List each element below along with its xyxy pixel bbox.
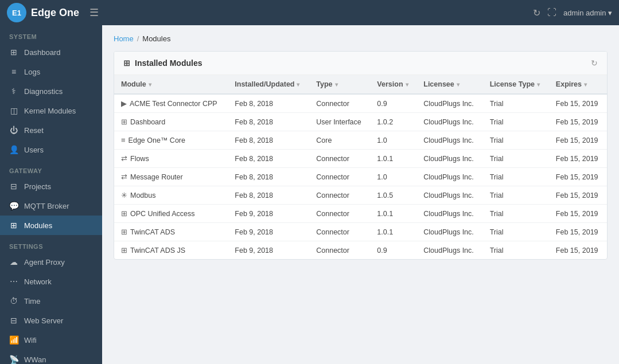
sidebar-label-network: Network [24, 277, 52, 286]
cell-module-3: ⇄Flows [114, 150, 228, 168]
sidebar-item-wwan[interactable]: 📡 WWan [0, 350, 102, 364]
col-version[interactable]: Version▾ [370, 75, 416, 94]
sidebar-item-reset[interactable]: ⏻ Reset [0, 120, 102, 140]
sidebar-item-agent-proxy[interactable]: ☁ Agent Proxy [0, 252, 102, 272]
row-icon-2: ≡ [121, 136, 126, 144]
sidebar-item-projects[interactable]: ⊟ Projects [0, 177, 102, 196]
cell-module-2: ≡Edge One™ Core [114, 131, 228, 150]
sidebar-item-mqtt-broker[interactable]: 💬 MQTT Broker [0, 196, 102, 216]
breadcrumb: Home / Modules [114, 34, 608, 43]
cell-type-5: Connector [309, 186, 370, 205]
sidebar-label-time: Time [24, 297, 40, 306]
col-type[interactable]: Type▾ [309, 75, 370, 94]
cell-licensee-7: CloudPlugs Inc. [416, 223, 482, 241]
table-row: ⊞Dashboard Feb 8, 2018 User Interface 1.… [114, 113, 607, 131]
cell-licensee-5: CloudPlugs Inc. [416, 186, 482, 205]
projects-icon: ⊟ [9, 182, 18, 191]
sidebar-label-reset: Reset [24, 126, 44, 135]
col-expires[interactable]: Expires▾ [549, 75, 607, 94]
table-row: ✳Modbus Feb 8, 2018 Connector 1.0.5 Clou… [114, 186, 607, 205]
sort-licensee-icon: ▾ [457, 81, 460, 88]
cell-type-0: Connector [309, 94, 370, 113]
row-icon-5: ✳ [121, 191, 127, 199]
cell-installed-3: Feb 8, 2018 [228, 150, 309, 168]
sidebar-item-web-server[interactable]: ⊟ Web Server [0, 311, 102, 330]
sort-version-icon: ▾ [406, 81, 408, 88]
cell-version-7: 1.0.1 [370, 223, 416, 241]
panel-title: ⊞ Installed Modules [123, 58, 202, 68]
cell-module-0: ▶ACME Test Connector CPP [114, 94, 228, 113]
cell-module-1: ⊞Dashboard [114, 113, 228, 131]
cell-type-6: Connector [309, 205, 370, 223]
col-installed[interactable]: Installed/Updated▾ [228, 75, 309, 94]
diagnostics-icon: ⚕ [9, 87, 18, 96]
sidebar-item-diagnostics[interactable]: ⚕ Diagnostics [0, 81, 102, 101]
sidebar-item-wifi[interactable]: 📶 Wifi [0, 330, 102, 350]
sidebar-item-logs[interactable]: ≡ Logs [0, 62, 102, 81]
logo-text: Edge One [31, 7, 79, 19]
cell-license-type-1: Trial [483, 113, 549, 131]
sidebar-item-modules[interactable]: ⊞ Modules [0, 216, 102, 235]
cell-license-type-6: Trial [483, 205, 549, 223]
cell-expires-2: Feb 15, 2019 [549, 131, 607, 150]
agent-proxy-icon: ☁ [9, 257, 18, 267]
sort-type-icon: ▾ [335, 81, 338, 88]
fullscreen-icon[interactable]: ⛶ [547, 7, 556, 18]
gateway-section-label: GATEWAY [0, 159, 102, 177]
panel-refresh-button[interactable]: ↻ [591, 58, 598, 68]
cell-type-8: Connector [309, 241, 370, 260]
table-row: ⇄Flows Feb 8, 2018 Connector 1.0.1 Cloud… [114, 150, 607, 168]
sidebar-label-mqtt: MQTT Broker [24, 202, 69, 210]
logo-icon: E1 [7, 3, 26, 22]
cell-installed-8: Feb 9, 2018 [228, 241, 309, 260]
breadcrumb-home[interactable]: Home [114, 34, 134, 43]
sidebar-item-users[interactable]: 👤 Users [0, 140, 102, 159]
sidebar-label-agent-proxy: Agent Proxy [24, 258, 65, 267]
sort-expires-icon: ▾ [584, 81, 587, 88]
cell-installed-4: Feb 8, 2018 [228, 168, 309, 186]
panel-title-text: Installed Modules [135, 58, 202, 68]
row-icon-7: ⊞ [121, 228, 127, 236]
settings-section-label: SETTINGS [0, 235, 102, 252]
users-icon: 👤 [9, 145, 18, 154]
cell-license-type-7: Trial [483, 223, 549, 241]
cell-installed-5: Feb 8, 2018 [228, 186, 309, 205]
logo: E1 Edge One [7, 3, 79, 22]
cell-expires-4: Feb 15, 2019 [549, 168, 607, 186]
sort-license-type-icon: ▾ [537, 81, 540, 88]
topbar-left: E1 Edge One ☰ [7, 3, 103, 22]
cell-installed-7: Feb 9, 2018 [228, 223, 309, 241]
cell-installed-0: Feb 8, 2018 [228, 94, 309, 113]
cell-installed-6: Feb 9, 2018 [228, 205, 309, 223]
admin-menu[interactable]: admin admin ▾ [563, 9, 612, 17]
cell-licensee-6: CloudPlugs Inc. [416, 205, 482, 223]
sidebar-item-network[interactable]: ⋯ Network [0, 272, 102, 291]
sidebar-label-web-server: Web Server [24, 316, 63, 325]
cell-expires-6: Feb 15, 2019 [549, 205, 607, 223]
cell-module-5: ✳Modbus [114, 186, 228, 205]
wifi-icon: 📶 [9, 335, 18, 345]
dashboard-icon: ⊞ [9, 48, 18, 57]
sidebar-item-kernel-modules[interactable]: ◫ Kernel Modules [0, 101, 102, 120]
panel-header: ⊞ Installed Modules ↻ [114, 52, 607, 75]
table-row: ⊞TwinCAT ADS JS Feb 9, 2018 Connector 0.… [114, 241, 607, 260]
reset-icon: ⏻ [9, 126, 18, 135]
col-license-type[interactable]: License Type▾ [483, 75, 549, 94]
breadcrumb-separator: / [137, 34, 139, 43]
cell-installed-1: Feb 8, 2018 [228, 113, 309, 131]
system-section-label: SYSTEM [0, 25, 102, 42]
content-area: Home / Modules ⊞ Installed Modules ↻ Mod… [102, 25, 619, 364]
col-licensee[interactable]: Licensee▾ [416, 75, 482, 94]
col-module[interactable]: Module▾ [114, 75, 228, 94]
cell-version-8: 0.9 [370, 241, 416, 260]
sidebar-label-users: Users [24, 146, 44, 154]
sidebar-item-dashboard[interactable]: ⊞ Dashboard [0, 42, 102, 62]
row-icon-0: ▶ [121, 99, 127, 108]
cell-license-type-0: Trial [483, 94, 549, 113]
table-row: ⇄Message Router Feb 8, 2018 Connector 1.… [114, 168, 607, 186]
hamburger-button[interactable]: ☰ [85, 4, 103, 21]
sidebar-item-time[interactable]: ⏱ Time [0, 291, 102, 311]
refresh-icon[interactable]: ↻ [533, 7, 540, 18]
web-server-icon: ⊟ [9, 316, 18, 325]
main-layout: SYSTEM ⊞ Dashboard ≡ Logs ⚕ Diagnostics … [0, 25, 619, 364]
